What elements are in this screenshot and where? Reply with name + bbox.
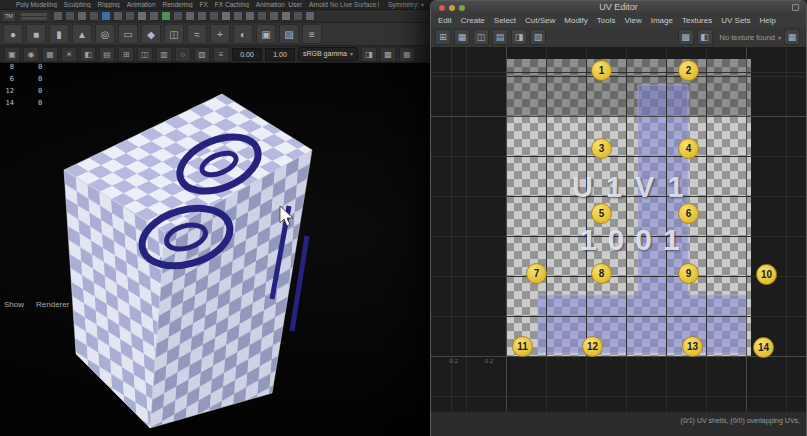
select-icon[interactable]: ▣ xyxy=(4,47,20,62)
shelf-icon[interactable] xyxy=(149,11,159,21)
menu-item[interactable]: Cut/Sew xyxy=(525,16,555,25)
checker-icon[interactable]: ▧ xyxy=(530,29,546,45)
shelf-icon[interactable] xyxy=(221,11,231,21)
cube-icon[interactable]: ■ xyxy=(26,24,46,44)
torus-icon[interactable]: ◎ xyxy=(95,24,115,44)
shelf-icon[interactable] xyxy=(89,11,99,21)
menu-item[interactable]: Textures xyxy=(682,16,712,25)
shelf-icon[interactable] xyxy=(269,11,279,21)
shelf-icon[interactable] xyxy=(197,11,207,21)
menu-item[interactable]: Create xyxy=(461,16,485,25)
uv-point: 2 xyxy=(678,60,699,81)
shelf-icon[interactable] xyxy=(101,11,111,21)
screen: Poly ModelingSculptingRiggingAnimationRe… xyxy=(0,0,807,436)
shelf-tab[interactable]: FX Caching xyxy=(215,1,249,8)
menu-item[interactable]: View xyxy=(625,16,642,25)
shaded-icon[interactable]: ◧ xyxy=(80,47,96,62)
texture-icon[interactable]: ▩ xyxy=(678,29,694,45)
uv-point: 4 xyxy=(678,138,699,159)
image-ratio-icon[interactable]: ▦ xyxy=(784,29,800,45)
menu-item[interactable]: Help xyxy=(760,16,776,25)
shelf-tab[interactable]: Sculpting xyxy=(64,1,91,8)
dense-grid-icon[interactable]: ▩ xyxy=(380,47,396,62)
panel-icon[interactable]: ▣ xyxy=(256,24,276,44)
dim-image-icon[interactable]: ◧ xyxy=(697,29,713,45)
wireframe-icon[interactable]: ▥ xyxy=(156,47,172,62)
menu-item[interactable]: Select xyxy=(494,16,516,25)
curve-icon[interactable]: ≈ xyxy=(187,24,207,44)
tm-chip[interactable]: TM xyxy=(2,11,16,22)
cone-icon[interactable]: ▲ xyxy=(72,24,92,44)
menu-item[interactable]: UV Sets xyxy=(721,16,750,25)
half-shade-icon[interactable]: ◨ xyxy=(361,47,377,62)
symmetry-dropdown[interactable]: Symmetry:▾ xyxy=(386,1,426,8)
menu-item[interactable]: Tools xyxy=(597,16,616,25)
v1-axis xyxy=(431,116,806,117)
fullscreen-icon[interactable] xyxy=(792,4,799,11)
gamma-field[interactable]: 1.00 xyxy=(265,48,295,61)
grid2-icon[interactable]: ▦ xyxy=(399,47,415,62)
uv-toolbar: ⊞▦◫▤◨▧ ▩◧ No texture found ▾ ▦ xyxy=(431,27,806,48)
color-space-dropdown[interactable]: sRGB gamma▾ xyxy=(298,47,358,61)
textured-icon[interactable]: ▤ xyxy=(99,47,115,62)
shelf-tab[interactable]: FX xyxy=(200,1,208,8)
uv-titlebar[interactable]: UV Editor xyxy=(431,1,806,15)
shelf-icon[interactable] xyxy=(53,11,63,21)
uv-point: 11 xyxy=(512,336,533,357)
pattern-icon[interactable]: ▨ xyxy=(194,47,210,62)
pixel-snap-icon[interactable]: ▦ xyxy=(454,29,470,45)
vp-toolbar-left-icons: ▣◉▦☀◧▤⊞◫▥○▨≡ xyxy=(4,47,229,62)
shelf-icon[interactable] xyxy=(173,11,183,21)
uv-point: 10 xyxy=(756,264,777,285)
shelf-icon[interactable] xyxy=(185,11,195,21)
shelf-tab[interactable]: Rigging xyxy=(98,1,120,8)
circle-icon[interactable]: ○ xyxy=(175,47,191,62)
cube-3d-object[interactable] xyxy=(0,63,430,436)
shelf-icon[interactable] xyxy=(137,11,147,21)
shelf-icon[interactable] xyxy=(125,11,135,21)
distortion-icon[interactable]: ◨ xyxy=(511,29,527,45)
chevron-down-icon[interactable]: ▾ xyxy=(778,34,781,41)
shelf-icon[interactable] xyxy=(113,11,123,21)
resolution-icon[interactable]: ⊞ xyxy=(118,47,134,62)
menu-item[interactable]: Image xyxy=(651,16,673,25)
uv-canvas[interactable]: U1V1 1001 -0.20.2 1234567891011121314 xyxy=(431,47,806,411)
shelf-icon[interactable] xyxy=(281,11,291,21)
shelf-icon[interactable] xyxy=(65,11,75,21)
plane-icon[interactable]: ▭ xyxy=(118,24,138,44)
shelf-icon[interactable] xyxy=(245,11,255,21)
target-icon[interactable]: ◉ xyxy=(23,47,39,62)
shelf-tab[interactable]: Poly Modeling xyxy=(16,1,57,8)
uv-editor-window: UV Editor EditCreateSelectCut/SewModifyT… xyxy=(430,0,807,436)
shelf-icon[interactable] xyxy=(293,11,303,21)
menu-item[interactable]: Edit xyxy=(438,16,452,25)
shelf-icon[interactable] xyxy=(77,11,87,21)
shell-icon[interactable]: ◫ xyxy=(473,29,489,45)
shelf-icon[interactable] xyxy=(305,11,315,21)
border-icon[interactable]: ▤ xyxy=(492,29,508,45)
half-icon[interactable]: ◐ xyxy=(233,24,253,44)
shelf-tab[interactable]: Arnold xyxy=(309,1,328,8)
grid-icon[interactable]: ▦ xyxy=(42,47,58,62)
isolate-icon[interactable]: ◫ xyxy=(137,47,153,62)
lines-icon[interactable]: ≡ xyxy=(302,24,322,44)
cylinder-icon[interactable]: ▮ xyxy=(49,24,69,44)
menu-item[interactable]: Modify xyxy=(564,16,588,25)
light-icon[interactable]: ☀ xyxy=(61,47,77,62)
hatch-icon[interactable]: ▨ xyxy=(279,24,299,44)
shelf-tab[interactable]: Animation_User xyxy=(256,1,302,8)
pipe-icon[interactable]: ◫ xyxy=(164,24,184,44)
exposure-field[interactable]: 0.00 xyxy=(232,48,262,61)
sphere-icon[interactable]: ● xyxy=(3,24,23,44)
grid-snap-icon[interactable]: ⊞ xyxy=(435,29,451,45)
shelf-tab[interactable]: Animation xyxy=(127,1,156,8)
shelf-icon[interactable] xyxy=(209,11,219,21)
shelf-icon[interactable] xyxy=(233,11,243,21)
shelf-icon[interactable] xyxy=(257,11,267,21)
shelf-tab[interactable]: Rendering xyxy=(163,1,193,8)
prism-icon[interactable]: ◆ xyxy=(141,24,161,44)
vp-toolbar-right-icons: ◨▩▦ xyxy=(361,47,415,62)
shelf-icon[interactable] xyxy=(161,11,171,21)
plus-icon[interactable]: + xyxy=(210,24,230,44)
menu-icon[interactable]: ≡ xyxy=(213,47,229,62)
